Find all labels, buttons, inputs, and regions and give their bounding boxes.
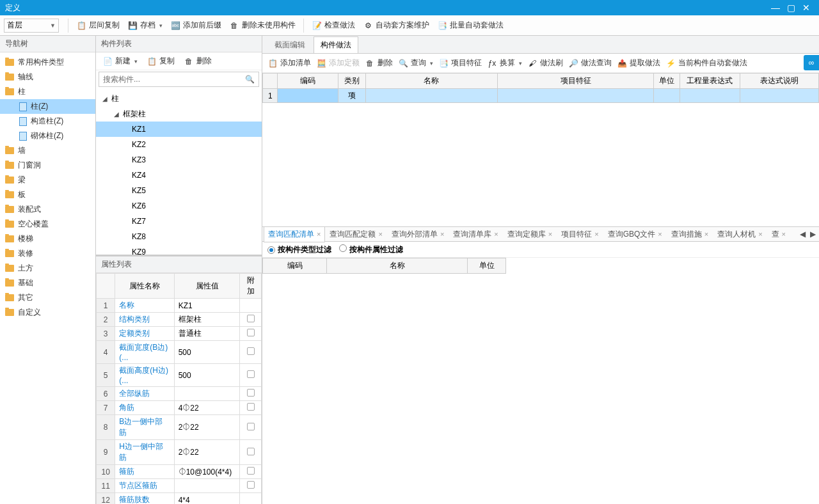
checkbox[interactable] xyxy=(247,315,255,322)
nav-item[interactable]: 装修 xyxy=(0,246,95,261)
bottom-tab[interactable]: 查× xyxy=(767,226,790,242)
tree-root[interactable]: ◢柱 xyxy=(96,91,262,106)
nav-item[interactable]: 轴线 xyxy=(0,70,95,84)
bottom-tab[interactable]: 查询清单库× xyxy=(449,226,502,242)
close-icon[interactable]: × xyxy=(704,230,708,238)
property-row[interactable]: 1名称KZ1 xyxy=(97,299,262,313)
bottom-tab[interactable]: 查询人材机× xyxy=(713,226,767,242)
component-tree[interactable]: ◢柱◢框架柱KZ1KZ2KZ3KZ4KZ5KZ6KZ7KZ8KZ9 xyxy=(96,88,262,255)
nav-subitem[interactable]: 砌体柱(Z) xyxy=(0,129,95,143)
nav-item[interactable]: 土方 xyxy=(0,261,95,276)
toolbar-btn-5[interactable]: ƒx换算▾ xyxy=(484,56,525,71)
cell-category[interactable]: 项 xyxy=(338,89,365,103)
nav-item[interactable]: 基础 xyxy=(0,276,95,290)
property-row[interactable]: 8B边一侧中部筋2⏀22 xyxy=(97,415,262,440)
component-item[interactable]: KZ5 xyxy=(96,183,262,198)
close-icon[interactable]: × xyxy=(494,230,498,238)
bottom-tab[interactable]: 查询外部清单× xyxy=(387,226,449,242)
add-prefix-suffix-button[interactable]: 🔤添加前后缀 xyxy=(166,18,225,33)
bottom-tab[interactable]: 查询匹配定额× xyxy=(325,226,386,242)
filter-by-type[interactable]: 按构件类型过滤 xyxy=(267,244,331,255)
nav-subitem[interactable]: 柱(Z) xyxy=(0,99,95,114)
check-method-button[interactable]: 📝检查做法 xyxy=(308,18,359,33)
toolbar-btn-3[interactable]: 🔍查询▾ xyxy=(395,56,436,71)
close-icon[interactable]: × xyxy=(548,230,552,238)
property-row[interactable]: 12箍筋肢数4*4 xyxy=(97,493,262,505)
table-row[interactable]: 1 项 xyxy=(263,89,819,103)
component-item[interactable]: KZ1 xyxy=(96,122,262,137)
property-row[interactable]: 6全部纵筋 xyxy=(97,387,262,401)
property-row[interactable]: 10箍筋⏀10@100(4*4) xyxy=(97,465,262,479)
checkbox[interactable] xyxy=(247,370,255,378)
tree-category[interactable]: ◢框架柱 xyxy=(96,106,262,122)
close-icon[interactable]: × xyxy=(758,230,762,238)
nav-item[interactable]: 其它 xyxy=(0,290,95,305)
nav-item[interactable]: 装配式 xyxy=(0,202,95,217)
nav-item[interactable]: 空心楼盖 xyxy=(0,217,95,232)
nav-item[interactable]: 板 xyxy=(0,187,95,202)
component-item[interactable]: KZ6 xyxy=(96,198,262,214)
method-grid[interactable]: 编码类别名称项目特征单位工程量表达式表达式说明 1 项 xyxy=(262,73,819,103)
search-box[interactable]: 🔍 xyxy=(99,72,259,87)
cell-name[interactable] xyxy=(365,89,498,103)
property-row[interactable]: 11节点区箍筋 xyxy=(97,479,262,493)
cell-code[interactable] xyxy=(278,89,338,103)
nav-item[interactable]: 自定义 xyxy=(0,305,95,320)
query-result-grid[interactable]: 编码名称单位 xyxy=(262,258,506,274)
scroll-right[interactable]: ▶ xyxy=(807,230,818,239)
archive-button[interactable]: 💾存档▾ xyxy=(123,18,166,33)
close-icon[interactable]: × xyxy=(317,230,321,238)
cloud-button[interactable]: ∞ xyxy=(804,55,819,70)
copy-between-floors-button[interactable]: 📋层间复制 xyxy=(72,18,123,33)
close-icon[interactable]: × xyxy=(658,230,662,238)
bottom-tab[interactable]: 查询定额库× xyxy=(503,226,557,242)
maximize-button[interactable]: ▢ xyxy=(783,3,799,13)
nav-item[interactable]: 墙 xyxy=(0,143,95,158)
toolbar-btn-8[interactable]: 📤提取做法 xyxy=(614,56,663,71)
toolbar-btn-6[interactable]: 🖌做法刷 xyxy=(525,56,566,71)
nav-item[interactable]: 楼梯 xyxy=(0,232,95,246)
component-item[interactable]: KZ7 xyxy=(96,214,262,229)
toolbar-btn-2[interactable]: 🗑删除 xyxy=(362,56,395,71)
property-row[interactable]: 4截面宽度(B边)(...500 xyxy=(97,341,262,364)
checkbox[interactable] xyxy=(247,448,255,455)
toolbar-btn-4[interactable]: 📑项目特征 xyxy=(436,56,484,71)
bottom-tab[interactable]: 查询GBQ文件× xyxy=(603,226,667,242)
nav-subitem[interactable]: 构造柱(Z) xyxy=(0,114,95,129)
close-icon[interactable]: × xyxy=(782,230,786,238)
close-icon[interactable]: × xyxy=(440,230,444,238)
cell-expr-desc[interactable] xyxy=(740,89,819,103)
nav-tree[interactable]: 常用构件类型轴线柱柱(Z)构造柱(Z)砌体柱(Z)墙门窗洞梁板装配式空心楼盖楼梯… xyxy=(0,52,95,504)
property-row[interactable]: 7角筋4⏀22 xyxy=(97,401,262,415)
scroll-left[interactable]: ◀ xyxy=(797,230,807,239)
copy-button[interactable]: 📋复制 xyxy=(143,54,179,69)
nav-item[interactable]: 门窗洞 xyxy=(0,158,95,173)
checkbox[interactable] xyxy=(247,481,255,489)
tab-component-method[interactable]: 构件做法 xyxy=(314,36,358,53)
cell-feature[interactable] xyxy=(498,89,654,103)
delete-unused-button[interactable]: 🗑删除未使用构件 xyxy=(225,18,299,33)
nav-item[interactable]: 柱 xyxy=(0,84,95,99)
checkbox[interactable] xyxy=(247,403,255,411)
auto-scheme-button[interactable]: ⚙自动套方案维护 xyxy=(359,18,433,33)
cell-expr[interactable] xyxy=(680,89,740,103)
toolbar-btn-9[interactable]: ⚡当前构件自动套做法 xyxy=(663,56,750,71)
close-button[interactable]: ✕ xyxy=(799,3,814,13)
property-row[interactable]: 5截面高度(H边)(...500 xyxy=(97,364,262,387)
toolbar-btn-0[interactable]: 📋添加清单 xyxy=(265,56,314,71)
checkbox[interactable] xyxy=(247,347,255,355)
checkbox[interactable] xyxy=(247,389,255,397)
new-button[interactable]: 📄新建▾ xyxy=(99,54,141,69)
close-icon[interactable]: × xyxy=(594,230,598,238)
bottom-tab[interactable]: 查询匹配清单× xyxy=(264,226,325,242)
batch-auto-button[interactable]: 📑批量自动套做法 xyxy=(433,18,507,33)
floor-select[interactable]: 首层 ▼ xyxy=(4,19,59,33)
filter-by-prop[interactable]: 按构件属性过滤 xyxy=(339,244,403,255)
component-item[interactable]: KZ9 xyxy=(96,244,262,255)
search-input[interactable] xyxy=(103,75,245,84)
component-item[interactable]: KZ4 xyxy=(96,168,262,183)
cell-unit[interactable] xyxy=(654,89,680,103)
nav-item[interactable]: 常用构件类型 xyxy=(0,55,95,70)
checkbox[interactable] xyxy=(247,329,255,336)
property-row[interactable]: 3定额类别普通柱 xyxy=(97,327,262,341)
